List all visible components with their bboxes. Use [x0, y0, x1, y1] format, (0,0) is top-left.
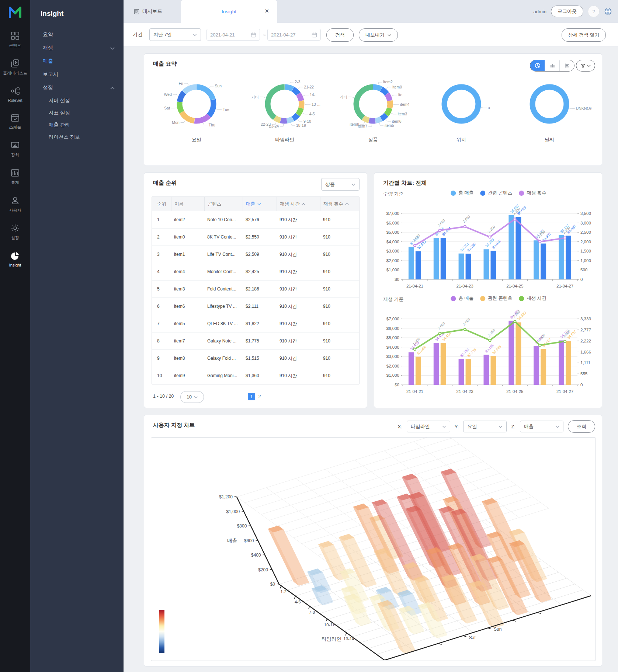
svg-text:item8: item8 — [350, 122, 359, 126]
svg-text:$1,000: $1,000 — [386, 373, 399, 377]
svg-text:$7,000: $7,000 — [386, 211, 399, 216]
summary-filter-button[interactable] — [576, 60, 595, 72]
svg-text:$6,000: $6,000 — [386, 221, 399, 225]
legend-item[interactable]: 재생 횟수 — [519, 190, 546, 196]
legend-item[interactable]: 관련 콘텐츠 — [480, 190, 512, 196]
x-axis-select[interactable]: 타임라인 — [407, 421, 450, 432]
table-row[interactable]: 6item6Lifestype TV ...$2,111910 시간910 — [152, 297, 359, 315]
rail-item-플레이리스트[interactable]: 플레이리스트 — [3, 59, 27, 76]
y-axis-select[interactable]: 요일 — [463, 421, 507, 432]
user-icon — [10, 196, 20, 205]
row-chart-icon — [564, 63, 570, 69]
svg-text:21-04-23: 21-04-23 — [456, 284, 473, 288]
column-header-매출[interactable]: 매출 — [243, 197, 277, 211]
table-row[interactable]: 1item2Note 10 Con...$2,576910 시간910 — [152, 211, 359, 228]
table-cell: $2,111 — [243, 298, 277, 315]
x-axis-label: X: — [398, 424, 402, 429]
sidebar-item-매출[interactable]: 매출 — [30, 55, 124, 68]
sidebar-item-label: 요약 — [43, 31, 53, 38]
custom-chart-box: $0$200$400$600$800$1,000$1,200매출1-24-57-… — [151, 437, 596, 661]
svg-text:14-...: 14-... — [310, 93, 319, 97]
rail-item-RuleSet[interactable]: RuleSet — [3, 86, 27, 102]
date-to-input[interactable]: 2021-04-27 — [267, 29, 321, 41]
sidebar-item-지표 설정[interactable]: 지표 설정 — [30, 107, 124, 119]
rail-item-콘텐츠[interactable]: 콘텐츠 — [3, 31, 27, 48]
table-row[interactable]: 4item4Monitor Cont...$2,425910 시간910 — [152, 263, 359, 280]
date-to-value: 2021-04-27 — [271, 32, 296, 38]
column-header-재생 횟수[interactable]: 재생 횟수 — [320, 197, 360, 211]
search-button[interactable]: 검색 — [326, 28, 354, 42]
chevron-down-icon — [351, 183, 355, 186]
svg-text:21-04-27: 21-04-27 — [556, 284, 573, 288]
rail-item-설정[interactable]: 설정 — [3, 223, 27, 241]
ranking-category-select[interactable]: 상품 — [321, 178, 360, 191]
svg-text:22-23: 22-23 — [261, 122, 271, 126]
column-header-이름[interactable]: 이름 — [171, 197, 204, 211]
table-row[interactable]: 3item1Life TV Cont...$2,509910 시간910 — [152, 246, 359, 263]
page-button-1[interactable]: 1 — [248, 393, 255, 400]
date-from-input[interactable]: 2021-04-21 — [206, 29, 260, 41]
app-logo[interactable] — [7, 4, 23, 21]
tab-insight[interactable]: Insight ✕ — [181, 0, 277, 23]
legend-item[interactable]: 총 매출 — [451, 295, 473, 302]
sidebar-item-label: 지표 설정 — [49, 109, 70, 116]
sidebar-item-요약[interactable]: 요약 — [30, 28, 124, 41]
table-cell: 5 — [152, 281, 171, 297]
column-header-재생 시간[interactable]: 재생 시간 — [277, 197, 320, 211]
column-header-순위[interactable]: 순위 — [152, 197, 171, 211]
advanced-search-button[interactable]: 상세 검색 열기 — [562, 28, 606, 42]
table-row[interactable]: 8item7Galaxy Note ...$1,775910 시간910 — [152, 332, 359, 349]
sidebar-item-매출 관리[interactable]: 매출 관리 — [30, 119, 124, 131]
svg-text:$3,000: $3,000 — [386, 354, 399, 359]
revenue-ranking-panel: 매출 순위 상품 순위이름콘텐츠매출재생 시간재생 횟수 1item2Note … — [144, 173, 367, 408]
filter-bar: 기간 지난 7일 2021-04-21 ~ 2021-04-27 검색 내보내기… — [124, 23, 618, 47]
close-icon[interactable]: ✕ — [264, 8, 269, 14]
export-button[interactable]: 내보내기 — [359, 28, 398, 42]
sidebar-item-서버 설정[interactable]: 서버 설정 — [30, 94, 124, 107]
sidebar-item-재생[interactable]: 재생 — [30, 41, 124, 55]
svg-text:$5,000: $5,000 — [386, 335, 399, 340]
pie-view-button[interactable] — [530, 60, 545, 71]
legend-item[interactable]: 재생 시간 — [519, 295, 546, 302]
table-row[interactable]: 10item9Gaming Moni...$1,360910 시간910 — [152, 367, 359, 384]
period-label: 기간 — [133, 31, 143, 38]
globe-icon[interactable] — [604, 7, 612, 15]
table-cell: 6 — [152, 298, 171, 315]
help-button[interactable]: ? — [588, 6, 600, 17]
svg-text:500: 500 — [580, 268, 587, 272]
list-view-button[interactable] — [559, 60, 574, 71]
rail-item-Insight[interactable]: Insight — [3, 251, 27, 267]
period-select[interactable]: 지난 7일 — [149, 28, 201, 41]
sidebar-item-보고서[interactable]: 보고서 — [30, 68, 124, 81]
svg-text:3,333: 3,333 — [580, 317, 591, 321]
rail-item-스케줄[interactable]: 스케줄 — [3, 113, 27, 130]
sort-up-icon — [302, 197, 305, 211]
logout-button[interactable]: 로그아웃 — [551, 6, 583, 17]
sidebar-title: Insight — [30, 0, 124, 18]
svg-text:2,250: 2,250 — [487, 328, 496, 337]
legend-item[interactable]: 총 매출 — [451, 190, 473, 196]
svg-text:1,111: 1,111 — [580, 361, 590, 365]
sidebar-item-label: 서버 설정 — [49, 97, 70, 104]
z-axis-select[interactable]: 매출 — [520, 421, 563, 432]
table-row[interactable]: 9item8Galaxy Fold ...$1,515910 시간910 — [152, 349, 359, 367]
legend-item[interactable]: 관련 콘텐츠 — [480, 295, 512, 302]
table-row[interactable]: 5item3Fold Content...$2,186910 시간910 — [152, 280, 359, 297]
bar-view-button[interactable] — [545, 60, 559, 71]
column-header-콘텐츠[interactable]: 콘텐츠 — [204, 197, 243, 211]
tab-dashboard[interactable]: 대시보드 — [134, 0, 162, 23]
legend-dot — [451, 296, 456, 301]
table-row[interactable]: 7item5QLED 8K TV ...$1,822910 시간910 — [152, 315, 359, 332]
rail-item-사용자[interactable]: 사용자 — [3, 196, 27, 213]
table-row[interactable]: 2item08K TV Conte...$2,550910 시간910 — [152, 228, 359, 246]
chart-subtitle: 재생 기준 — [383, 296, 404, 303]
page-size-select[interactable]: 10 — [180, 391, 204, 403]
sidebar-item-설정[interactable]: 설정 — [30, 81, 124, 94]
page-button-2[interactable]: 2 — [256, 393, 263, 400]
query-button[interactable]: 조회 — [568, 420, 595, 433]
rail-item-장치[interactable]: 장치 — [3, 140, 27, 158]
table-cell: item2 — [171, 211, 204, 228]
sidebar-item-라이선스 정보[interactable]: 라이선스 정보 — [30, 131, 124, 143]
table-cell: 4 — [152, 263, 171, 280]
rail-item-통계[interactable]: 통계 — [3, 168, 27, 185]
